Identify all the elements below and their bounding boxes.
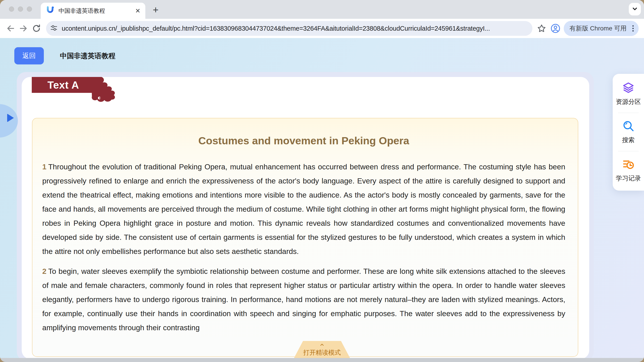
article-title: Costumes and movement in Peking Opera <box>42 134 565 147</box>
tab-title: 中国非遗英语教程 <box>58 7 134 15</box>
chrome-update-button[interactable]: 有新版 Chrome 可用 <box>564 21 639 36</box>
window-close-button[interactable] <box>9 7 14 12</box>
page-title: 中国非遗英语教程 <box>60 51 116 61</box>
page-content: 返回 中国非遗英语教程 Text A Costumes and movement… <box>0 38 644 358</box>
sidebar-divider <box>618 113 639 113</box>
window-minimize-button[interactable] <box>18 7 23 12</box>
right-sidebar: 资源分区 搜索 <box>613 74 644 191</box>
text-card: Text A Costumes and movement in Peking O… <box>22 77 589 358</box>
sidebar-label-history: 学习记录 <box>616 174 641 183</box>
search-icon <box>622 120 634 133</box>
browser-tab[interactable]: 中国非遗英语教程 ✕ <box>41 3 145 19</box>
paragraph-2-text: To begin, water sleeves exemplify the sy… <box>42 267 565 332</box>
forward-icon[interactable] <box>18 23 28 34</box>
menu-kebab-icon[interactable] <box>630 24 636 33</box>
profile-avatar-icon[interactable] <box>550 23 561 34</box>
history-icon <box>622 158 634 171</box>
layers-icon <box>622 82 634 95</box>
chevron-up-icon <box>319 342 325 348</box>
browser-window: 中国非遗英语教程 ✕ + <box>0 0 644 362</box>
open-reading-mode-label: 打开精读模式 <box>303 348 341 357</box>
browser-toolbar: ucontent.unipus.cn/_ipublishpc_default/p… <box>0 19 644 38</box>
paragraph-1-text: Throughout the evolution of traditional … <box>42 163 565 255</box>
paragraph-1-number: 1 <box>42 163 46 171</box>
sidebar-divider <box>618 151 639 151</box>
chrome-update-label: 有新版 Chrome 可用 <box>570 24 626 33</box>
sidebar-label-search: 搜索 <box>622 136 634 144</box>
paragraph-2-number: 2 <box>42 267 46 275</box>
window-controls <box>9 7 32 12</box>
paragraph-1: 1Throughout the evolution of traditional… <box>42 160 565 258</box>
paragraph-2: 2To begin, water sleeves exemplify the s… <box>42 264 565 335</box>
window-bottom-edge <box>0 358 644 362</box>
sidebar-label-resources: 资源分区 <box>616 98 641 106</box>
tab-search-button[interactable] <box>629 3 641 16</box>
new-tab-button[interactable]: + <box>149 4 162 16</box>
open-reading-mode-button[interactable]: 打开精读模式 <box>294 341 350 358</box>
expand-arrow-icon[interactable] <box>7 114 14 122</box>
back-icon[interactable] <box>5 23 16 34</box>
text-a-badge: Text A <box>32 77 95 93</box>
reload-icon[interactable] <box>31 23 42 34</box>
reading-passage-box: Costumes and movement in Peking Opera 1T… <box>32 118 578 357</box>
sidebar-item-resources[interactable]: 资源分区 <box>616 82 641 106</box>
bookmark-star-icon[interactable] <box>536 23 547 34</box>
chevron-down-icon <box>631 5 639 14</box>
window-zoom-button[interactable] <box>27 7 32 12</box>
url-text: ucontent.unipus.cn/_ipublishpc_default/p… <box>62 25 490 32</box>
site-favicon <box>46 6 55 16</box>
page-header: 返回 中国非遗英语教程 <box>14 47 116 65</box>
tab-close-icon[interactable]: ✕ <box>134 7 141 15</box>
site-settings-icon[interactable] <box>50 24 58 33</box>
back-button[interactable]: 返回 <box>14 47 44 65</box>
address-bar[interactable]: ucontent.unipus.cn/_ipublishpc_default/p… <box>46 21 532 36</box>
cloud-ornament-icon <box>91 77 119 104</box>
sidebar-item-history[interactable]: 学习记录 <box>616 158 641 183</box>
tab-strip: 中国非遗英语教程 ✕ + <box>0 0 644 19</box>
sidebar-item-search[interactable]: 搜索 <box>622 120 634 144</box>
